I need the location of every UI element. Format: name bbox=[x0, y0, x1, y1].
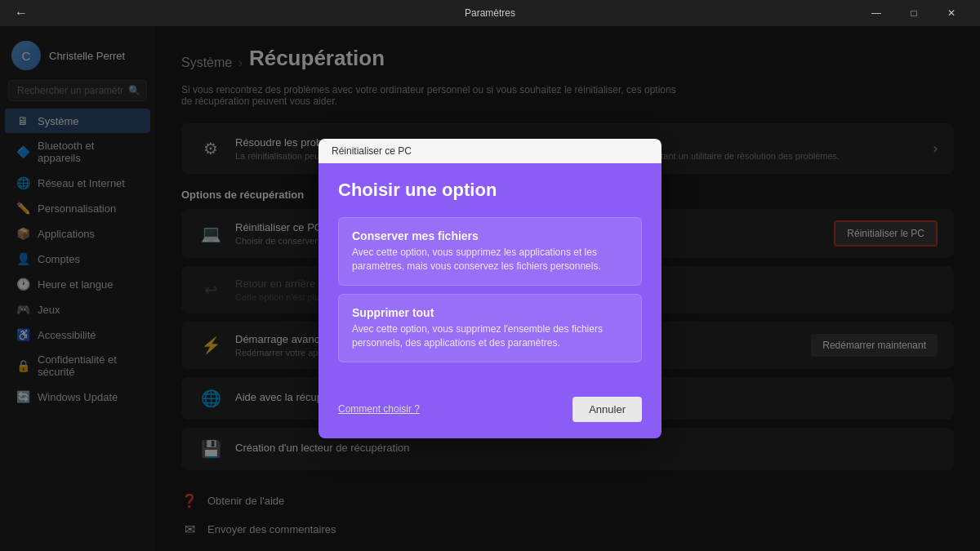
minimize-button[interactable]: — bbox=[858, 0, 895, 26]
titlebar: ← Paramètres — □ ✕ bbox=[0, 0, 980, 26]
help-link[interactable]: Comment choisir ? bbox=[338, 403, 420, 415]
dialog-body: Choisir une option Conserver mes fichier… bbox=[318, 163, 662, 386]
back-button[interactable]: ← bbox=[10, 2, 33, 24]
dialog-title: Choisir une option bbox=[338, 180, 642, 201]
titlebar-title: Paramètres bbox=[465, 7, 515, 19]
cancel-button[interactable]: Annuler bbox=[572, 397, 642, 422]
dialog-option-supprimer[interactable]: Supprimer tout Avec cette option, vous s… bbox=[338, 294, 642, 362]
dialog-footer: Comment choisir ? Annuler bbox=[318, 387, 662, 438]
supprimer-option-desc: Avec cette option, vous supprimez l'ense… bbox=[352, 322, 628, 350]
conserver-option-title: Conserver mes fichiers bbox=[352, 229, 628, 242]
dialog-header-title: Réinitialiser ce PC bbox=[332, 145, 412, 157]
close-button[interactable]: ✕ bbox=[933, 0, 970, 26]
window-controls: — □ ✕ bbox=[858, 0, 970, 26]
supprimer-option-title: Supprimer tout bbox=[352, 306, 628, 319]
dialog: Réinitialiser ce PC Choisir une option C… bbox=[318, 139, 662, 438]
conserver-option-desc: Avec cette option, vous supprimez les ap… bbox=[352, 246, 628, 273]
overlay: Réinitialiser ce PC Choisir une option C… bbox=[0, 26, 980, 551]
dialog-header: Réinitialiser ce PC bbox=[318, 139, 662, 163]
maximize-button[interactable]: □ bbox=[895, 0, 933, 26]
dialog-option-conserver[interactable]: Conserver mes fichiers Avec cette option… bbox=[338, 217, 642, 286]
